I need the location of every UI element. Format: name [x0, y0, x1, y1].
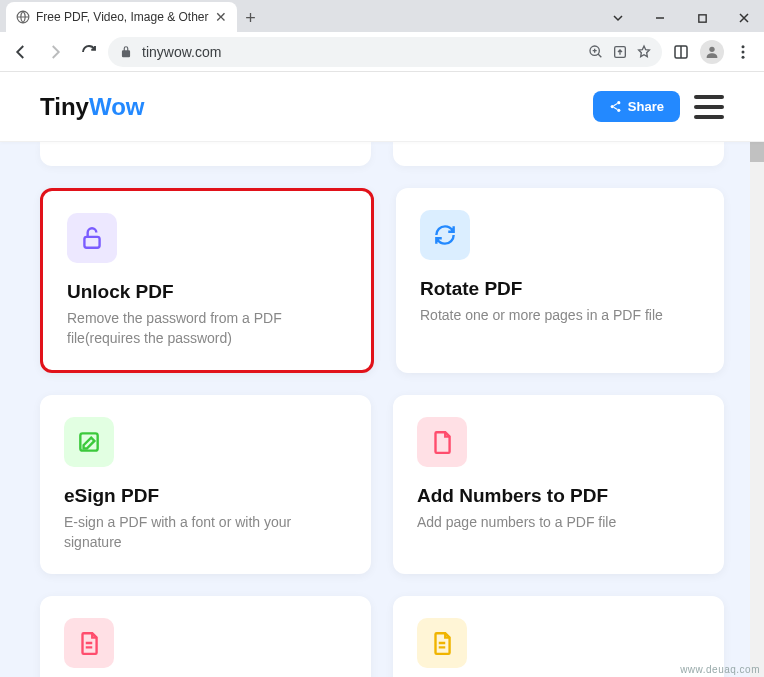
card-pdf-to-word[interactable]: PDF to Word [393, 596, 724, 677]
back-button[interactable] [6, 37, 36, 67]
share-label: Share [628, 99, 664, 114]
page-body: Unlock PDF Remove the password from a PD… [0, 142, 764, 677]
page-viewport: TinyWow Share Unlock PDF Remove the pass… [0, 72, 764, 677]
edit-icon [64, 417, 114, 467]
svg-rect-1 [698, 14, 705, 21]
reload-button[interactable] [74, 37, 104, 67]
logo-text-2: Wow [89, 93, 145, 120]
share-url-icon[interactable] [612, 44, 628, 60]
svg-point-7 [742, 50, 745, 53]
share-button[interactable]: Share [593, 91, 680, 122]
unlock-icon [67, 213, 117, 263]
document-icon [417, 618, 467, 668]
forward-button[interactable] [40, 37, 70, 67]
profile-avatar[interactable] [700, 40, 724, 64]
close-icon[interactable]: ✕ [215, 9, 227, 25]
scrollbar[interactable] [750, 72, 764, 677]
minimize-button[interactable] [640, 4, 680, 32]
site-logo[interactable]: TinyWow [40, 93, 144, 121]
svg-point-6 [742, 45, 745, 48]
document-icon [417, 417, 467, 467]
card-add-numbers[interactable]: Add Numbers to PDF Add page numbers to a… [393, 395, 724, 574]
rotate-icon [420, 210, 470, 260]
card-title: Add Numbers to PDF [417, 485, 700, 507]
maximize-button[interactable] [682, 4, 722, 32]
globe-icon [16, 10, 30, 24]
card-rotate-pdf[interactable]: Rotate PDF Rotate one or more pages in a… [396, 188, 724, 373]
card-title: Unlock PDF [67, 281, 347, 303]
card-desc: Remove the password from a PDF file(requ… [67, 309, 347, 348]
card-title: eSign PDF [64, 485, 347, 507]
tab-title: Free PDF, Video, Image & Other [36, 10, 209, 24]
document-icon [64, 618, 114, 668]
logo-text-1: Tiny [40, 93, 89, 120]
card-peek[interactable] [40, 142, 371, 166]
close-window-button[interactable] [724, 4, 764, 32]
watermark: www.deuaq.com [680, 664, 760, 675]
svg-point-11 [617, 109, 620, 112]
card-esign-pdf[interactable]: eSign PDF E-sign a PDF with a font or wi… [40, 395, 371, 574]
card-desc: Add page numbers to a PDF file [417, 513, 700, 533]
lock-icon [118, 44, 134, 60]
browser-toolbar: tinywow.com [0, 32, 764, 72]
kebab-menu-icon[interactable] [728, 37, 758, 67]
url-text: tinywow.com [142, 44, 580, 60]
new-tab-button[interactable]: + [237, 4, 265, 32]
hamburger-menu-icon[interactable] [694, 95, 724, 119]
zoom-icon[interactable] [588, 44, 604, 60]
svg-rect-12 [84, 237, 99, 248]
svg-point-9 [617, 101, 620, 104]
card-word-to-pdf[interactable]: Word to PDF [40, 596, 371, 677]
share-icon [609, 100, 622, 113]
panel-icon[interactable] [666, 37, 696, 67]
site-header: TinyWow Share [0, 72, 764, 142]
browser-tab[interactable]: Free PDF, Video, Image & Other ✕ [6, 2, 237, 32]
card-unlock-pdf[interactable]: Unlock PDF Remove the password from a PD… [40, 188, 374, 373]
svg-point-8 [742, 55, 745, 58]
card-desc: E-sign a PDF with a font or with your si… [64, 513, 347, 552]
address-bar[interactable]: tinywow.com [108, 37, 662, 67]
card-desc: Rotate one or more pages in a PDF file [420, 306, 700, 326]
svg-point-10 [610, 105, 613, 108]
window-titlebar: Free PDF, Video, Image & Other ✕ + [0, 0, 764, 32]
chevron-down-icon[interactable] [598, 4, 638, 32]
card-title: Rotate PDF [420, 278, 700, 300]
svg-point-5 [709, 46, 714, 51]
star-icon[interactable] [636, 44, 652, 60]
card-peek[interactable] [393, 142, 724, 166]
